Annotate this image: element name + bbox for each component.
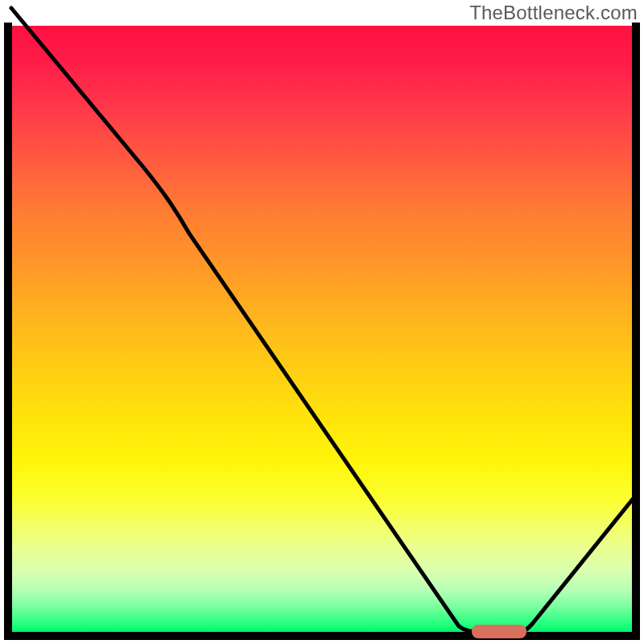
bottleneck-curve	[11, 8, 633, 632]
chart-overlay	[0, 0, 644, 644]
bottleneck-chart: TheBottleneck.com	[0, 0, 644, 644]
optimal-range-marker	[472, 625, 526, 638]
